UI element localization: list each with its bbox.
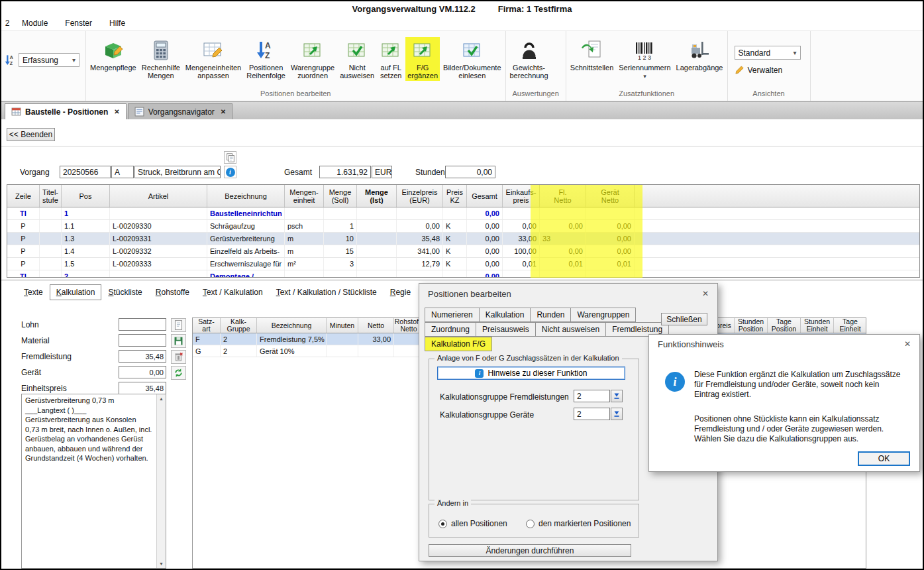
refresh-button[interactable] bbox=[171, 366, 186, 380]
detail-tab-text-kalkulation[interactable]: Text / Kalkulation bbox=[196, 284, 270, 300]
material-input[interactable] bbox=[119, 334, 166, 347]
ribbon-button-schnittstellen[interactable]: Schnittstellen bbox=[568, 37, 615, 73]
close-icon[interactable]: ✕ bbox=[702, 289, 709, 298]
detail-tab-kalkulation[interactable]: Kalkulation bbox=[50, 284, 102, 300]
grid-column-header[interactable]: Zeile bbox=[7, 185, 40, 207]
copy-button[interactable] bbox=[224, 151, 236, 164]
aenderungen-durchfuehren-button[interactable]: Änderungen durchführen bbox=[429, 544, 631, 557]
dialog-tab-numerieren[interactable]: Numerieren bbox=[425, 308, 480, 322]
grid-column-header[interactable]: Einkaufs- preis bbox=[503, 185, 540, 207]
ansicht-dropdown[interactable]: Standard ▾ bbox=[735, 46, 801, 60]
close-icon[interactable]: ✕ bbox=[221, 108, 226, 115]
kalk-column-header[interactable]: Tage Einheit bbox=[834, 318, 866, 333]
close-icon[interactable]: ✕ bbox=[904, 339, 911, 349]
radio-allen-positionen[interactable]: allen Positionen bbox=[438, 519, 507, 528]
dialog-tab-nicht-ausweisen[interactable]: Nicht ausweisen bbox=[535, 322, 606, 337]
detail-tab-rohstoffe[interactable]: Rohstoffe bbox=[149, 284, 196, 300]
grid-row[interactable]: P1.4L-00209332Einzelfeld als Arbeits-m15… bbox=[7, 245, 919, 258]
doc-button[interactable] bbox=[171, 318, 186, 332]
ribbon-button-mengeneinheiten-anpassen[interactable]: Mengeneinheiten anpassen bbox=[183, 37, 243, 81]
scroll-down-icon[interactable]: ▼ bbox=[159, 559, 164, 568]
grid-column-header[interactable]: Preis KZ bbox=[443, 185, 467, 207]
dialog-tab-zuordnung[interactable]: Zuordnung bbox=[425, 322, 476, 337]
hinweise-button[interactable]: i Hinweise zu dieser Funktion bbox=[437, 367, 625, 380]
dialog-tab-runden[interactable]: Runden bbox=[530, 308, 571, 322]
ribbon-button-mengenpflege[interactable]: Mengenpflege bbox=[88, 37, 138, 73]
ribbon-button-lagerabgaenge[interactable]: Lagerabgänge bbox=[674, 37, 725, 73]
erfassung-dropdown[interactable]: Erfassung ▾ bbox=[19, 53, 79, 67]
geraet-input[interactable]: 0,00 bbox=[119, 366, 166, 378]
grid-column-header[interactable]: Gerät Netto bbox=[586, 185, 635, 207]
kalk-column-header[interactable]: Stunden Einheit bbox=[801, 318, 834, 333]
ribbon-button-gewichts-berechnung[interactable]: Gewichts- berechnung bbox=[508, 37, 550, 81]
radio-markierte-positionen[interactable]: den markierten Positionen bbox=[526, 519, 631, 528]
ok-button[interactable]: OK bbox=[858, 451, 910, 466]
scroll-up-icon[interactable]: ▲ bbox=[159, 394, 164, 403]
scrollbar[interactable]: ▲ ▼ bbox=[156, 394, 166, 568]
geraete-input[interactable]: 2 bbox=[574, 408, 610, 420]
info-button[interactable]: i bbox=[224, 166, 236, 178]
geraete-dropdown-button[interactable] bbox=[611, 408, 623, 420]
dialog-tab-preisausweis[interactable]: Preisausweis bbox=[476, 322, 536, 337]
grid-column-header[interactable]: Menge (Ist) bbox=[357, 185, 397, 207]
grid-column-header[interactable]: Menge (Soll) bbox=[324, 185, 357, 207]
kalk-column-header[interactable]: Bezeichnung bbox=[257, 318, 327, 333]
ribbon-button-seriennummern[interactable]: 1 2 3Seriennummern▾ bbox=[617, 37, 672, 82]
fremdleistungen-input[interactable]: 2 bbox=[574, 390, 610, 402]
grid-row[interactable]: TI1Baustelleneinrichtun0,00 bbox=[7, 207, 919, 220]
trash-button[interactable] bbox=[171, 350, 186, 364]
menu-module[interactable]: Module bbox=[13, 17, 56, 30]
langtext-area[interactable]: Gerüstverbreiterung 0,73 m ___Langtext (… bbox=[21, 394, 166, 569]
vorgang-code-input[interactable]: A bbox=[111, 166, 134, 178]
kalk-column-header[interactable]: Satz- art bbox=[193, 318, 221, 333]
lohn-input[interactable] bbox=[119, 318, 166, 331]
grid-row[interactable]: P1.3L-00209331Gerüstverbreiterungm1035,4… bbox=[7, 233, 919, 245]
grid-column-header[interactable]: Gesamt bbox=[467, 185, 503, 207]
ribbon-button-f-g-ergaenzen[interactable]: F/G ergänzen bbox=[405, 37, 440, 81]
chevron-down-icon[interactable]: ▾ bbox=[643, 72, 646, 80]
einheitspreis-input[interactable]: 35,48 bbox=[119, 382, 166, 394]
ribbon-button-rechenhilfe-mengen[interactable]: Rechenhilfe Mengen bbox=[140, 37, 182, 81]
grid-column-header[interactable]: Einzelpreis (EUR) bbox=[397, 185, 443, 207]
dialog-tab-kalkulation[interactable]: Kalkulation bbox=[479, 308, 531, 322]
grid-column-header[interactable]: Mengen- einheit bbox=[285, 185, 324, 207]
ribbon-button-nicht-ausweisen[interactable]: Nicht ausweisen bbox=[338, 37, 376, 81]
vorgang-name-input[interactable]: Struck, Breitbrunn am Chi bbox=[134, 166, 221, 178]
kalk-cell bbox=[327, 333, 358, 345]
kalk-column-header[interactable]: Minuten bbox=[327, 318, 358, 333]
kalk-column-header[interactable]: Stunden Position bbox=[735, 318, 768, 333]
dialog-tab-warengruppen[interactable]: Warengruppen bbox=[570, 308, 636, 322]
ribbon-button-warengruppe-zuordnen[interactable]: Warengruppe zuordnen bbox=[289, 37, 336, 81]
dialog-tab-kalkulation-f-g[interactable]: Kalkulation F/G bbox=[425, 337, 492, 351]
fremdleistungen-dropdown-button[interactable] bbox=[611, 390, 623, 402]
beenden-button[interactable]: << Beenden bbox=[7, 128, 55, 141]
fremdleistung-input[interactable]: 35,48 bbox=[119, 350, 166, 363]
ribbon-button-positionen-reihenfolge[interactable]: AZPositionen Reihenfolge bbox=[244, 37, 287, 81]
ribbon-button-bilder-dokumente-einlesen[interactable]: Bilder/Dokumente einlesen bbox=[441, 37, 503, 81]
kalk-column-header[interactable]: Tage Position bbox=[768, 318, 801, 333]
detail-tab-text-kalkulation-stueckliste[interactable]: Text / Kalkulation / Stückliste bbox=[270, 284, 384, 300]
detail-tab-texte[interactable]: Texte bbox=[17, 284, 50, 300]
ribbon-button-auf-fl-setzen[interactable]: auf FL setzen bbox=[378, 37, 404, 81]
document-tab-vorgangsnavigator[interactable]: Vorgangsnavigator✕ bbox=[128, 103, 232, 119]
grid-column-header[interactable]: Fl. Netto bbox=[540, 185, 586, 207]
detail-tab-regie[interactable]: Regie bbox=[384, 284, 417, 300]
schliessen-button[interactable]: Schließen bbox=[661, 313, 707, 325]
verwalten-button[interactable]: Verwalten bbox=[735, 65, 803, 75]
document-tab-baustelle-positionen[interactable]: Baustelle - Positionen✕ bbox=[5, 103, 127, 119]
grid-column-header[interactable]: Pos bbox=[62, 185, 110, 207]
close-icon[interactable]: ✕ bbox=[114, 108, 119, 115]
grid-column-header[interactable]: Bezeichnung bbox=[207, 185, 285, 207]
grid-row[interactable]: TI2Demontage /0,00 bbox=[7, 270, 919, 278]
grid-row[interactable]: P1.5L-00209333Erschwerniszulage fürm²312… bbox=[7, 258, 919, 270]
menu-hilfe[interactable]: Hilfe bbox=[101, 17, 134, 30]
vorgang-number-input[interactable]: 20250566 bbox=[60, 166, 111, 178]
menu-fenster[interactable]: Fenster bbox=[56, 17, 101, 30]
save-button[interactable] bbox=[171, 334, 186, 348]
kalk-column-header[interactable]: Netto bbox=[358, 318, 394, 333]
kalk-column-header[interactable]: Kalk- Gruppe bbox=[221, 318, 257, 333]
grid-column-header[interactable]: Artikel bbox=[110, 185, 207, 207]
grid-column-header[interactable]: Titel- stufe bbox=[40, 185, 62, 207]
grid-row[interactable]: P1.1L-00209330Schrägaufzugpsch10,00K0,00… bbox=[7, 220, 919, 233]
detail-tab-stueckliste[interactable]: Stückliste bbox=[101, 284, 148, 300]
